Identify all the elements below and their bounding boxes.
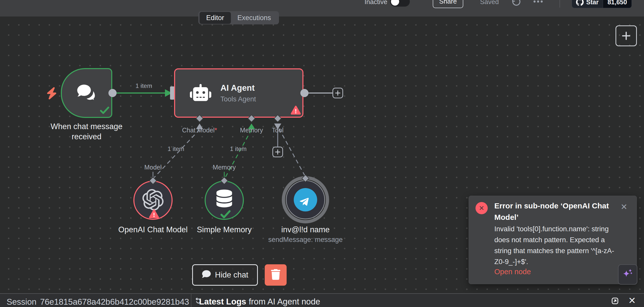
- panel-divider: [191, 294, 191, 307]
- toggle-knob: [391, 0, 399, 6]
- toolbar-divider: [559, 0, 560, 8]
- session-id: 76e1815a678a42b6b412c00be9281b43: [40, 297, 189, 307]
- agent-output-connector[interactable]: [300, 89, 309, 97]
- node-openai-chat-model[interactable]: [133, 181, 173, 220]
- required-marker: *: [215, 127, 217, 134]
- plus-icon: [274, 149, 281, 155]
- chat-session: Session 76e1815a678a42b6b412c00be9281b43: [7, 297, 202, 307]
- error-circle-icon: ✕: [475, 202, 488, 214]
- telegram-node-label: inv@l!d name: [267, 225, 344, 235]
- editor-executions-tabs: Editor Executions: [198, 11, 279, 24]
- openai-warning-icon: [148, 208, 160, 220]
- options-menu-icon[interactable]: [534, 1, 543, 3]
- history-icon[interactable]: [511, 0, 521, 9]
- bottom-panel-header: Session 76e1815a678a42b6b412c00be9281b43…: [0, 293, 644, 307]
- telegram-icon: [294, 188, 317, 211]
- node-simple-memory[interactable]: [205, 181, 244, 220]
- edge-label-model: 1 item: [157, 145, 195, 152]
- memory-node-label: Simple Memory: [186, 225, 262, 235]
- chat-bubbles-icon: [75, 81, 98, 105]
- plus-icon: [621, 30, 632, 41]
- open-node-link[interactable]: Open node: [494, 268, 531, 276]
- trash-icon: [271, 269, 281, 281]
- toast-title: Error in sub-node ‘OpenAI Chat Model’: [494, 200, 612, 223]
- inactive-label: Inactive: [365, 0, 387, 6]
- hide-chat-button[interactable]: Hide chat: [192, 264, 258, 286]
- logs-title: Latest Logs: [199, 297, 246, 306]
- agent-subtitle: Tools Agent: [220, 95, 256, 103]
- toast-close-icon[interactable]: ✕: [621, 202, 627, 212]
- clear-chat-button[interactable]: [265, 264, 287, 286]
- share-button[interactable]: Share: [433, 0, 463, 8]
- memory-success-check-icon: [219, 208, 232, 221]
- sparkle-icon: [621, 268, 634, 281]
- agent-warning-icon: [290, 105, 301, 116]
- n8n-workflow-editor: Inactive Share Saved Star 81,650 Editor …: [0, 0, 644, 307]
- logs-subtitle: from AI Agent node: [249, 297, 320, 306]
- add-node-button[interactable]: [615, 25, 637, 46]
- edge-label-main: 1 item: [125, 82, 163, 89]
- close-panel-icon[interactable]: ✕: [628, 295, 636, 306]
- agent-chatmodel-label: Chat Model*: [169, 127, 230, 134]
- edge-label-memory: 1 item: [219, 145, 257, 152]
- hide-chat-label: Hide chat: [215, 270, 248, 280]
- star-label: Star: [586, 0, 599, 6]
- chat-bubble-icon: [202, 270, 211, 280]
- openai-node-label: OpenAI Chat Model: [115, 225, 191, 235]
- node-ai-agent[interactable]: AI Agent Tools Agent: [174, 68, 303, 118]
- model-connector-label: Model: [128, 164, 178, 171]
- trigger-success-check-icon: [99, 105, 110, 117]
- star-count: 81,650: [603, 0, 632, 8]
- active-toggle[interactable]: [390, 0, 410, 7]
- node-when-chat-message-received[interactable]: [61, 68, 112, 118]
- saved-status: Saved: [480, 0, 499, 6]
- trigger-bolt-icon: [46, 87, 57, 101]
- agent-title: AI Agent: [220, 83, 256, 93]
- top-toolbar: Inactive Share Saved Star 81,650: [0, 0, 644, 17]
- database-icon: [216, 190, 232, 208]
- trigger-output-connector[interactable]: [108, 89, 117, 97]
- openai-logo-icon: [142, 189, 164, 211]
- error-toast: ✕ Error in sub-node ‘OpenAI Chat Model’ …: [469, 196, 637, 284]
- trigger-node-label: When chat message received: [45, 121, 129, 142]
- agent-tool-label: Tool: [262, 127, 293, 134]
- github-star-button[interactable]: Star 81,650: [572, 0, 632, 8]
- memory-connector-label: Memory: [204, 164, 245, 171]
- tool-add-node-button[interactable]: [272, 147, 283, 157]
- node-telegram-tool[interactable]: [286, 180, 325, 219]
- plus-icon: [334, 90, 341, 96]
- agent-add-node-button[interactable]: [332, 88, 343, 98]
- ai-assistant-button[interactable]: [618, 264, 637, 285]
- toast-body: Invalid 'tools[0].function.name': string…: [494, 223, 618, 267]
- github-icon: [576, 0, 584, 6]
- tab-editor[interactable]: Editor: [200, 12, 231, 24]
- popout-icon[interactable]: [610, 296, 620, 306]
- robot-icon: [190, 83, 211, 103]
- logs-header: Latest Logs from AI Agent node: [199, 297, 320, 306]
- tab-executions[interactable]: Executions: [231, 12, 278, 24]
- telegram-node-subtitle: sendMessage: message: [261, 236, 350, 244]
- session-label: Session: [7, 297, 36, 307]
